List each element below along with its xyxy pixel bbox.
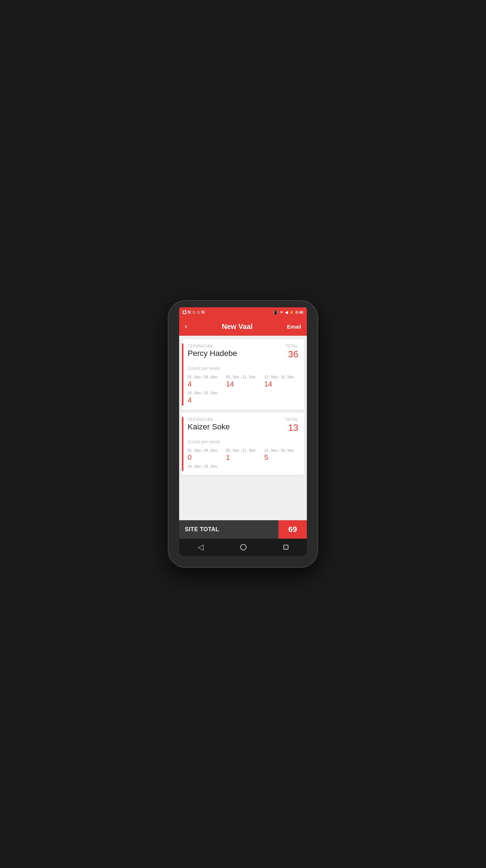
- shield-icon-1: ⊙: [192, 310, 195, 315]
- battery-icon: ⚡: [289, 310, 294, 315]
- back-button[interactable]: ‹: [185, 322, 187, 331]
- week-range-0-3: 19 , Nov - 23 , Nov: [188, 391, 217, 395]
- week-count-0-1: 14: [226, 380, 234, 388]
- week-count-1-1: 1: [226, 454, 230, 462]
- week-count-1-0: 0: [188, 454, 192, 462]
- technician-info-1: TECHNICIAN Kaizer Soke: [188, 418, 230, 432]
- phone-screen: N ⊙ ⊙ N 📳 ▼ ◀ ⚡ 6:48 ‹ New Vaal Email: [179, 307, 307, 556]
- week-count-1-2: 5: [264, 454, 268, 462]
- time-display: 6:48: [296, 310, 303, 314]
- week-grid-1-last: 19 , Nov - 23 , Nov: [188, 465, 298, 469]
- status-bar: N ⊙ ⊙ N 📳 ▼ ◀ ⚡ 6:48: [179, 307, 307, 317]
- week-item-1-3: 19 , Nov - 23 , Nov: [188, 465, 222, 469]
- week-range-1-3: 19 , Nov - 23 , Nov: [188, 465, 217, 468]
- technician-label-0: TECHNICIAN: [188, 344, 237, 348]
- nav-bar: ◁: [179, 539, 307, 556]
- week-count-0-3: 4: [188, 396, 192, 404]
- total-label-0: TOTAL: [286, 344, 298, 348]
- shield-icon-2: ⊙: [197, 310, 200, 315]
- count-per-week-label-1: Count per week: [188, 439, 298, 444]
- week-range-0-0: 01 , Nov - 04 , Nov: [188, 375, 217, 379]
- week-item-1-0: 01 , Nov - 04 , Nov 0: [188, 449, 222, 462]
- page-title: New Vaal: [222, 323, 253, 331]
- week-grid-0: 01 , Nov - 04 , Nov 4 05 , Nov - 11 , No…: [188, 375, 298, 388]
- week-grid-1: 01 , Nov - 04 , Nov 0 05 , Nov - 11 , No…: [188, 449, 298, 462]
- total-section-0: TOTAL 36: [286, 344, 298, 360]
- week-item-0-3: 19 , Nov - 23 , Nov 4: [188, 391, 222, 404]
- total-value-1: 13: [286, 422, 298, 433]
- total-value-0: 36: [286, 349, 298, 360]
- technician-card-1: TECHNICIAN Kaizer Soke TOTAL 13 Count pe…: [182, 413, 304, 475]
- week-item-0-2: 12 , Nov - 18 , Nov 14: [264, 375, 298, 388]
- status-left-icons: N ⊙ ⊙ N: [183, 310, 204, 315]
- week-item-0-1: 05 , Nov - 11 , Nov 14: [226, 375, 260, 388]
- content-area: TECHNICIAN Percy Hadebe TOTAL 36 Count p…: [179, 336, 307, 520]
- signal-icon: ◀: [285, 310, 288, 315]
- week-range-1-1: 05 , Nov - 11 , Nov: [226, 449, 255, 452]
- week-item-0-0: 01 , Nov - 04 , Nov 4: [188, 375, 222, 388]
- site-total-bar: SITE TOTAL 69: [179, 520, 307, 539]
- vibrate-icon: 📳: [273, 310, 278, 315]
- week-grid-0-last: 19 , Nov - 23 , Nov 4: [188, 391, 298, 404]
- n-icon-2: N: [201, 310, 205, 315]
- card-accent-bar: [182, 344, 183, 406]
- nav-home-button[interactable]: [240, 544, 247, 550]
- phone-device: N ⊙ ⊙ N 📳 ▼ ◀ ⚡ 6:48 ‹ New Vaal Email: [169, 301, 317, 567]
- week-count-0-0: 4: [188, 380, 192, 388]
- site-total-value: 69: [278, 520, 307, 539]
- card-header-0: TECHNICIAN Percy Hadebe TOTAL 36: [188, 344, 298, 360]
- week-range-1-2: 12 , Nov - 18 , Nov: [264, 449, 294, 452]
- technician-name-0: Percy Hadebe: [188, 349, 237, 358]
- week-item-1-2: 12 , Nov - 18 , Nov 5: [264, 449, 298, 462]
- nav-recent-button[interactable]: [283, 545, 288, 550]
- nav-back-button[interactable]: ◁: [198, 543, 204, 552]
- total-section-1: TOTAL 13: [286, 418, 298, 433]
- week-item-1-1: 05 , Nov - 11 , Nov 1: [226, 449, 260, 462]
- total-label-1: TOTAL: [286, 418, 298, 422]
- technician-label-1: TECHNICIAN: [188, 418, 230, 422]
- n-icon: N: [188, 310, 191, 315]
- card-header-1: TECHNICIAN Kaizer Soke TOTAL 13: [188, 418, 298, 433]
- site-total-label: SITE TOTAL: [179, 526, 278, 533]
- week-range-0-1: 05 , Nov - 11 , Nov: [226, 375, 255, 379]
- count-per-week-label-0: Count per week: [188, 366, 298, 371]
- card-accent-bar-1: [182, 417, 183, 471]
- square-icon: [183, 311, 186, 314]
- technician-card-0: TECHNICIAN Percy Hadebe TOTAL 36 Count p…: [182, 339, 304, 410]
- technician-name-1: Kaizer Soke: [188, 422, 230, 432]
- week-range-1-0: 01 , Nov - 04 , Nov: [188, 449, 217, 452]
- week-range-0-2: 12 , Nov - 18 , Nov: [264, 375, 294, 379]
- wifi-icon: ▼: [280, 310, 283, 314]
- technician-info-0: TECHNICIAN Percy Hadebe: [188, 344, 237, 358]
- week-count-0-2: 14: [264, 380, 272, 388]
- app-bar: ‹ New Vaal Email: [179, 317, 307, 336]
- status-right-icons: 📳 ▼ ◀ ⚡ 6:48: [273, 310, 303, 315]
- email-button[interactable]: Email: [287, 324, 301, 330]
